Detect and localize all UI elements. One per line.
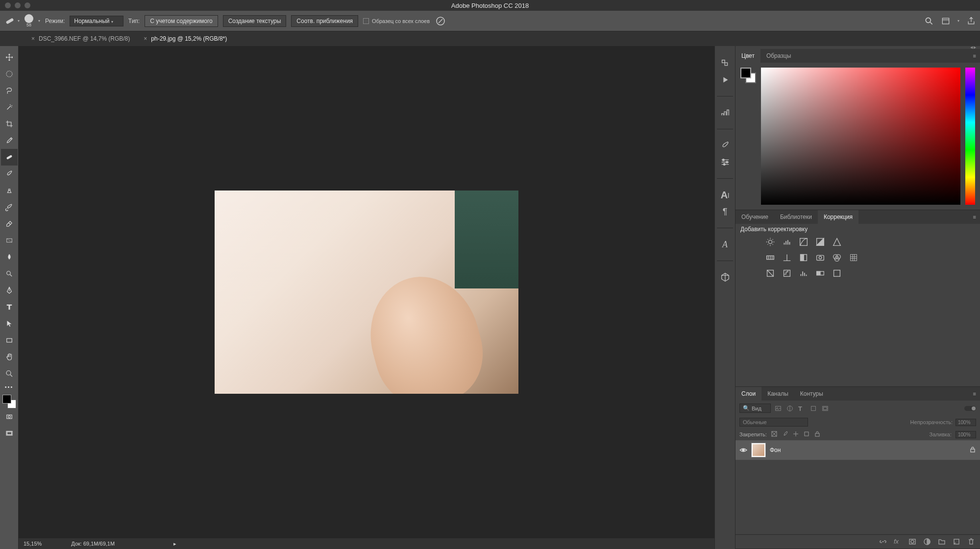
layer-item[interactable]: Фон: [735, 440, 980, 460]
lock-position-icon[interactable]: [792, 430, 799, 438]
proximity-match-button[interactable]: Соотв. приближения: [291, 15, 358, 27]
filter-pixel-icon[interactable]: [775, 405, 782, 412]
tool-preset-picker[interactable]: ▾: [4, 15, 20, 27]
fill-value[interactable]: 100%: [956, 431, 976, 438]
delete-layer-icon[interactable]: [967, 538, 975, 546]
lasso-tool[interactable]: [1, 82, 18, 99]
posterize-icon[interactable]: [782, 268, 792, 279]
lock-transparent-icon[interactable]: [771, 430, 778, 438]
color-fgbg[interactable]: [740, 68, 756, 83]
3d-icon[interactable]: [720, 272, 731, 283]
blur-tool[interactable]: [1, 249, 18, 265]
glyphs-icon[interactable]: A: [720, 239, 731, 250]
layer-thumbnail[interactable]: [751, 443, 766, 457]
threshold-icon[interactable]: [798, 268, 809, 279]
pen-tool[interactable]: [1, 282, 18, 299]
path-selection-tool[interactable]: [1, 315, 18, 332]
marquee-tool[interactable]: [1, 66, 18, 82]
type-tool[interactable]: [1, 299, 18, 315]
sample-all-layers-checkbox[interactable]: Образец со всех слоев: [363, 18, 430, 24]
clone-stamp-tool[interactable]: [1, 182, 18, 199]
crop-tool[interactable]: [1, 116, 18, 132]
rectangle-tool[interactable]: [1, 332, 18, 349]
group-icon[interactable]: [938, 538, 946, 546]
filter-type-icon[interactable]: T: [798, 405, 805, 412]
link-layers-icon[interactable]: [879, 538, 887, 546]
tab-adjustments[interactable]: Коррекция: [818, 210, 858, 224]
tab-layers[interactable]: Слои: [735, 387, 761, 401]
eraser-tool[interactable]: [1, 215, 18, 232]
chevron-down-icon[interactable]: ▾: [38, 19, 40, 23]
document-canvas[interactable]: [215, 191, 518, 394]
photo-filter-icon[interactable]: [815, 252, 826, 263]
lock-pixels-icon[interactable]: [782, 430, 788, 438]
minimize-window[interactable]: [15, 2, 21, 8]
workspace-switcher-icon[interactable]: [941, 16, 951, 26]
visibility-icon[interactable]: [739, 447, 747, 454]
more-tools[interactable]: •••: [1, 382, 18, 392]
create-texture-button[interactable]: Создание текстуры: [223, 15, 287, 27]
color-field[interactable]: [761, 68, 960, 205]
tab-libraries[interactable]: Библиотеки: [774, 210, 818, 224]
filter-toggle[interactable]: [964, 406, 976, 411]
hue-sat-icon[interactable]: [765, 252, 776, 263]
document-tab[interactable]: × ph-29.jpg @ 15,2% (RGB/8*): [137, 31, 234, 46]
tab-color[interactable]: Цвет: [735, 49, 760, 63]
close-window[interactable]: [5, 2, 11, 8]
search-icon[interactable]: [924, 16, 934, 26]
gradient-map-icon[interactable]: [815, 268, 826, 279]
brightness-icon[interactable]: [765, 237, 776, 247]
healing-brush-tool[interactable]: [1, 149, 18, 166]
lock-all-icon[interactable]: [814, 430, 821, 438]
adjustment-layer-icon[interactable]: [923, 538, 931, 546]
status-flyout-icon[interactable]: ▸: [173, 541, 176, 547]
properties-icon[interactable]: [720, 107, 731, 118]
panel-menu-icon[interactable]: ≡: [969, 387, 980, 401]
brushes-icon[interactable]: [720, 140, 731, 151]
foreground-background-colors[interactable]: [2, 395, 16, 408]
lock-icon[interactable]: [969, 446, 976, 454]
filter-adjustment-icon[interactable]: [786, 405, 793, 412]
tab-paths[interactable]: Контуры: [794, 387, 829, 401]
actions-icon[interactable]: [720, 74, 731, 85]
eyedropper-tool[interactable]: [1, 132, 18, 149]
foreground-swatch[interactable]: [740, 68, 751, 78]
panel-menu-icon[interactable]: ≡: [969, 210, 980, 224]
doc-size[interactable]: Док: 69,1M/69,1M: [71, 541, 115, 547]
blend-mode-select[interactable]: Нормальный ▾: [70, 16, 123, 26]
foreground-color[interactable]: [2, 395, 11, 404]
paragraph-icon[interactable]: ¶: [720, 206, 731, 217]
tab-channels[interactable]: Каналы: [761, 387, 794, 401]
character-icon[interactable]: A|: [720, 190, 731, 200]
zoom-level[interactable]: 15,15%: [24, 541, 42, 547]
layer-mask-icon[interactable]: [908, 538, 916, 546]
canvas-viewport[interactable]: [19, 46, 714, 538]
hue-slider[interactable]: [965, 68, 975, 205]
layer-name[interactable]: Фон: [770, 447, 781, 454]
opacity-value[interactable]: 100%: [956, 419, 976, 426]
color-lookup-icon[interactable]: [848, 252, 859, 263]
brush-preset-picker[interactable]: 58: [24, 14, 33, 27]
selective-color-icon[interactable]: [832, 268, 842, 279]
filter-shape-icon[interactable]: [810, 405, 817, 412]
panel-menu-icon[interactable]: ≡: [969, 49, 980, 63]
history-icon[interactable]: [720, 58, 731, 69]
color-balance-icon[interactable]: [782, 252, 792, 263]
zoom-window[interactable]: [24, 2, 30, 8]
curves-icon[interactable]: [798, 237, 809, 247]
channel-mixer-icon[interactable]: [832, 252, 842, 263]
history-brush-tool[interactable]: [1, 199, 18, 215]
screen-mode-tool[interactable]: [1, 425, 18, 442]
tab-swatches[interactable]: Образцы: [760, 49, 797, 63]
move-tool[interactable]: [1, 49, 18, 66]
layer-style-icon[interactable]: fx: [894, 538, 902, 546]
blend-mode-select[interactable]: Обычные: [739, 418, 808, 427]
dodge-tool[interactable]: [1, 265, 18, 282]
pressure-icon[interactable]: [435, 15, 446, 27]
exposure-icon[interactable]: [815, 237, 826, 247]
close-icon[interactable]: ×: [144, 35, 147, 42]
close-icon[interactable]: ×: [31, 35, 35, 42]
content-aware-button[interactable]: С учетом содержимого: [145, 15, 218, 27]
share-icon[interactable]: [966, 16, 976, 26]
tab-learn[interactable]: Обучение: [735, 210, 774, 224]
